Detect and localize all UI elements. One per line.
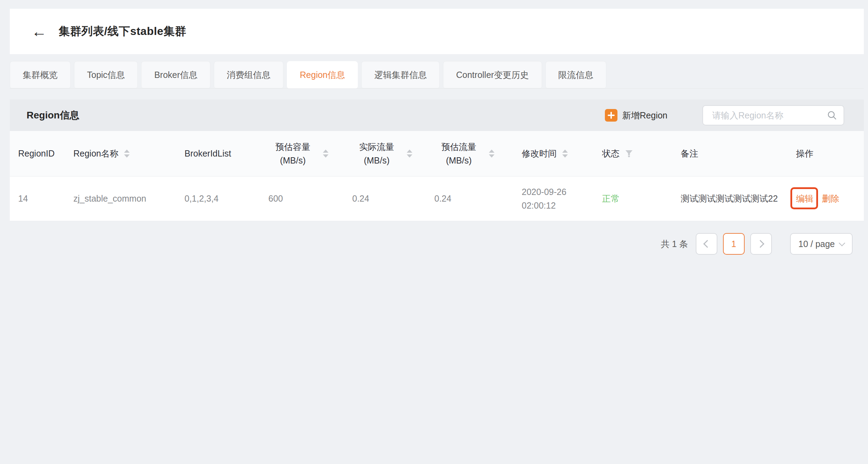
col-status[interactable]: 状态 bbox=[595, 148, 674, 159]
sort-icon[interactable] bbox=[323, 150, 328, 158]
chevron-left-icon bbox=[703, 240, 711, 248]
sort-icon[interactable] bbox=[124, 150, 130, 158]
col-region-id: RegionID bbox=[10, 148, 62, 159]
tab-logical-cluster-info[interactable]: 逻辑集群信息 bbox=[361, 61, 440, 88]
tab-throttle-info[interactable]: 限流信息 bbox=[545, 61, 606, 88]
cell-region-id: 14 bbox=[10, 194, 62, 204]
pagination-total: 共 1 条 bbox=[661, 238, 688, 250]
tab-controller-history[interactable]: Controller变更历史 bbox=[443, 61, 542, 88]
edit-link[interactable]: 编辑 bbox=[796, 194, 813, 203]
cell-remark: 测试测试测试测试测试22 bbox=[674, 193, 789, 204]
col-broker-id-list: BrokerIdList bbox=[178, 148, 261, 159]
panel-header: Region信息 新增Region bbox=[10, 100, 864, 131]
col-region-name[interactable]: Region名称 bbox=[62, 148, 178, 159]
cell-est-flow: 0.24 bbox=[427, 194, 515, 204]
chevron-down-icon bbox=[839, 240, 845, 246]
prev-page-button[interactable] bbox=[696, 233, 717, 255]
highlight-box: 编辑 bbox=[796, 193, 813, 204]
cell-status: 正常 bbox=[595, 193, 674, 204]
cell-modify-time: 2020-09-26 02:00:12 bbox=[515, 185, 595, 212]
panel-title: Region信息 bbox=[27, 109, 79, 122]
back-arrow-icon[interactable]: ← bbox=[31, 24, 47, 39]
tab-broker-info[interactable]: Broker信息 bbox=[141, 61, 210, 88]
next-page-button[interactable] bbox=[750, 233, 772, 255]
tab-consumer-group-info[interactable]: 消费组信息 bbox=[214, 61, 283, 88]
sort-icon[interactable] bbox=[489, 150, 494, 158]
sort-icon[interactable] bbox=[562, 150, 568, 158]
region-search-input[interactable] bbox=[711, 110, 827, 121]
tab-cluster-overview[interactable]: 集群概览 bbox=[10, 61, 71, 88]
col-est-capacity[interactable]: 预估容量 (MB/s) bbox=[261, 140, 345, 167]
region-table: RegionID Region名称 BrokerIdList 预估容量 (MB/… bbox=[10, 131, 864, 221]
chevron-right-icon bbox=[756, 240, 764, 248]
col-modify-time[interactable]: 修改时间 bbox=[515, 148, 595, 159]
search-icon[interactable] bbox=[827, 110, 837, 121]
add-region-button[interactable]: 新增Region bbox=[605, 109, 667, 122]
col-actual-flow[interactable]: 实际流量 (MB/s) bbox=[345, 140, 427, 167]
pagination: 共 1 条 1 10 / page bbox=[661, 233, 853, 255]
filter-funnel-icon[interactable] bbox=[625, 150, 633, 157]
cell-region-name: zj_stable_common bbox=[62, 194, 178, 204]
cell-est-capacity: 600 bbox=[261, 194, 345, 204]
panel-header-actions: 新增Region bbox=[605, 105, 844, 125]
tab-region-info[interactable]: Region信息 bbox=[287, 61, 358, 88]
col-actions: 操作 bbox=[789, 148, 864, 159]
delete-link[interactable]: 删除 bbox=[822, 193, 839, 204]
plus-icon bbox=[605, 109, 617, 122]
page-title: 集群列表/线下stable集群 bbox=[59, 24, 186, 39]
page-size-select[interactable]: 10 / page bbox=[790, 233, 853, 255]
col-remark: 备注 bbox=[674, 148, 789, 159]
col-est-flow[interactable]: 预估流量 (MB/s) bbox=[427, 140, 515, 167]
table-row: 14 zj_stable_common 0,1,2,3,4 600 0.24 0… bbox=[10, 176, 864, 221]
tab-topic-info[interactable]: Topic信息 bbox=[74, 61, 138, 88]
cell-actions: 编辑 删除 bbox=[789, 193, 864, 204]
page-header: ← 集群列表/线下stable集群 bbox=[10, 9, 864, 54]
status-badge: 正常 bbox=[602, 193, 620, 204]
cell-actual-flow: 0.24 bbox=[345, 194, 427, 204]
add-region-label: 新增Region bbox=[622, 110, 667, 121]
cell-broker-id-list: 0,1,2,3,4 bbox=[178, 194, 261, 204]
tab-bar: 集群概览 Topic信息 Broker信息 消费组信息 Region信息 逻辑集… bbox=[10, 61, 864, 89]
page-1-button[interactable]: 1 bbox=[723, 233, 745, 255]
region-search-box[interactable] bbox=[702, 105, 844, 125]
table-header-row: RegionID Region名称 BrokerIdList 预估容量 (MB/… bbox=[10, 131, 864, 176]
sort-icon[interactable] bbox=[407, 150, 412, 158]
